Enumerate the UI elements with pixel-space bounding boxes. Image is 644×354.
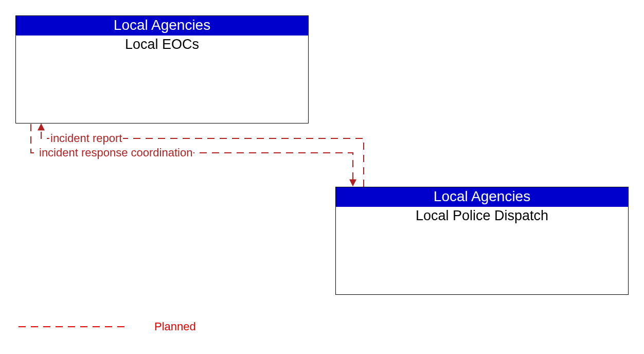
box-local-police-dispatch-body: Local Police Dispatch <box>336 207 628 224</box>
box-local-police-dispatch-header: Local Agencies <box>336 187 628 207</box>
box-local-police-dispatch: Local Agencies Local Police Dispatch <box>335 187 629 295</box>
box-local-eocs-body: Local EOCs <box>16 36 308 52</box>
box-local-eocs-header: Local Agencies <box>16 16 308 36</box>
legend-planned-label: Planned <box>154 320 196 333</box>
box-local-eocs: Local Agencies Local EOCs <box>15 15 309 123</box>
flow-label-incident-report: incident report <box>49 132 123 145</box>
flow-label-incident-response-coordination: incident response coordination <box>38 146 193 160</box>
